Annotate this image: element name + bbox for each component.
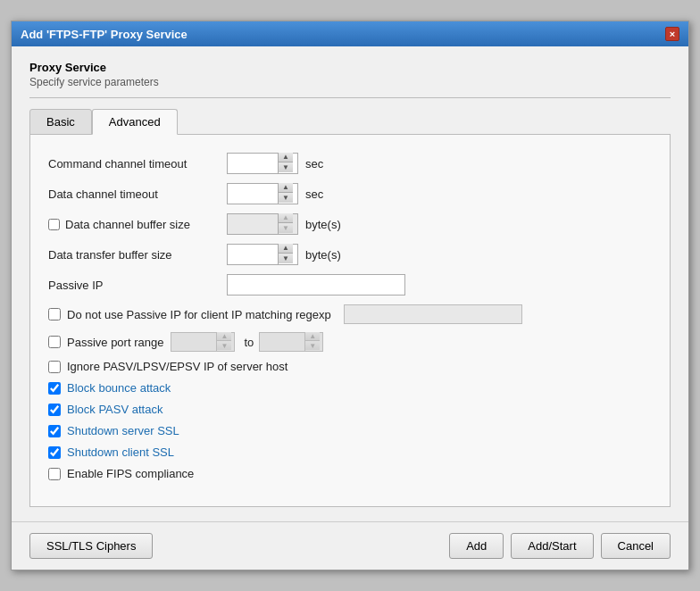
data-channel-buffer-checkbox[interactable] — [48, 219, 60, 230]
data-transfer-buffer-up[interactable]: ▲ — [279, 244, 293, 254]
block-bounce-row: Block bounce attack — [48, 381, 652, 395]
data-channel-buffer-arrows: ▲ ▼ — [278, 213, 293, 235]
data-transfer-buffer-arrows: ▲ ▼ — [278, 244, 293, 265]
passive-port-from-input[interactable]: 3000 — [171, 333, 216, 351]
command-channel-timeout-up[interactable]: ▲ — [279, 153, 293, 162]
passive-ip-label: Passive IP — [48, 279, 227, 292]
data-transfer-buffer-down[interactable]: ▼ — [279, 254, 293, 263]
shutdown-client-ssl-checkbox[interactable] — [48, 446, 61, 459]
footer-right-buttons: Add Add/Start Cancel — [449, 533, 671, 559]
enable-fips-row: Enable FIPS compliance — [48, 467, 652, 480]
dialog-title: Add 'FTPS-FTP' Proxy Service — [21, 28, 188, 41]
to-label: to — [244, 336, 254, 349]
shutdown-client-ssl-row: Shutdown client SSL — [48, 445, 652, 459]
passive-port-to-up[interactable]: ▲ — [305, 332, 320, 341]
no-passive-ip-checkbox[interactable] — [48, 308, 61, 320]
passive-port-range-label: Passive port range — [67, 336, 163, 349]
passive-ip-row: Passive IP — [48, 274, 652, 296]
data-channel-buffer-unit: byte(s) — [305, 218, 341, 231]
ignore-pasv-checkbox[interactable] — [48, 361, 61, 373]
add-button[interactable]: Add — [449, 533, 504, 559]
ignore-pasv-label: Ignore PASV/LPSV/EPSV IP of server host — [67, 360, 288, 373]
ignore-pasv-row: Ignore PASV/LPSV/EPSV IP of server host — [48, 360, 652, 373]
no-passive-ip-label: Do not use Passive IP for client IP matc… — [67, 308, 331, 321]
data-channel-timeout-up[interactable]: ▲ — [279, 183, 293, 193]
passive-ip-input[interactable] — [227, 274, 405, 296]
data-channel-timeout-input[interactable]: 60 — [228, 184, 278, 204]
command-channel-timeout-input[interactable]: 60 — [228, 154, 278, 173]
data-channel-buffer-row: Data channel buffer size 65536 ▲ ▼ byte(… — [48, 213, 652, 235]
ssl-tls-ciphers-button[interactable]: SSL/TLS Ciphers — [29, 533, 153, 559]
data-channel-timeout-arrows: ▲ ▼ — [278, 183, 293, 204]
close-button[interactable]: × — [665, 27, 679, 41]
tab-content-advanced: Command channel timeout 60 ▲ ▼ sec Data … — [29, 134, 671, 507]
section-subtitle: Specify service parameters — [29, 76, 671, 88]
add-start-button[interactable]: Add/Start — [511, 533, 593, 559]
shutdown-server-ssl-label: Shutdown server SSL — [67, 424, 179, 437]
data-channel-buffer-input[interactable]: 65536 — [228, 214, 278, 234]
data-channel-timeout-down[interactable]: ▼ — [279, 193, 293, 203]
tab-bar: Basic Advanced — [29, 109, 671, 135]
data-channel-timeout-label: Data channel timeout — [48, 187, 227, 201]
enable-fips-label: Enable FIPS compliance — [67, 467, 194, 480]
title-bar: Add 'FTPS-FTP' Proxy Service × — [12, 21, 688, 46]
block-pasv-label: Block PASV attack — [67, 403, 162, 416]
data-transfer-buffer-spinbox[interactable]: 65536 ▲ ▼ — [227, 244, 298, 265]
data-channel-buffer-label-group: Data channel buffer size — [48, 218, 227, 231]
block-pasv-checkbox[interactable] — [48, 404, 61, 416]
cancel-button[interactable]: Cancel — [601, 533, 671, 559]
command-channel-timeout-spinbox[interactable]: 60 ▲ ▼ — [227, 153, 298, 174]
shutdown-server-ssl-checkbox[interactable] — [48, 425, 61, 437]
passive-port-range-row: Passive port range 3000 ▲ ▼ to 4000 ▲ ▼ — [48, 332, 652, 352]
data-transfer-buffer-input[interactable]: 65536 — [228, 245, 278, 264]
data-transfer-buffer-unit: byte(s) — [305, 248, 341, 262]
command-channel-timeout-arrows: ▲ ▼ — [278, 153, 293, 174]
data-channel-buffer-up[interactable]: ▲ — [279, 213, 293, 223]
passive-port-to-down[interactable]: ▼ — [305, 341, 320, 350]
block-bounce-label: Block bounce attack — [67, 381, 171, 395]
passive-port-to-spinbox[interactable]: 4000 ▲ ▼ — [259, 332, 323, 352]
no-passive-ip-regex-input[interactable] — [344, 304, 522, 324]
passive-port-from-up[interactable]: ▲ — [217, 332, 231, 341]
data-channel-buffer-label: Data channel buffer size — [65, 218, 190, 231]
passive-port-to-input[interactable]: 4000 — [260, 333, 304, 351]
shutdown-server-ssl-row: Shutdown server SSL — [48, 424, 652, 437]
tab-basic[interactable]: Basic — [29, 109, 92, 135]
dialog: Add 'FTPS-FTP' Proxy Service × Proxy Ser… — [11, 21, 689, 570]
passive-port-from-spinbox[interactable]: 3000 ▲ ▼ — [171, 332, 235, 352]
block-pasv-row: Block PASV attack — [48, 403, 652, 416]
passive-port-from-down[interactable]: ▼ — [217, 341, 231, 350]
data-transfer-buffer-row: Data transfer buffer size 65536 ▲ ▼ byte… — [48, 244, 652, 265]
shutdown-client-ssl-label: Shutdown client SSL — [67, 445, 174, 459]
tab-advanced[interactable]: Advanced — [92, 109, 178, 135]
data-channel-timeout-spinbox[interactable]: 60 ▲ ▼ — [227, 183, 298, 204]
passive-port-to-arrows: ▲ ▼ — [304, 332, 320, 352]
data-channel-buffer-down[interactable]: ▼ — [279, 223, 293, 233]
enable-fips-checkbox[interactable] — [48, 468, 61, 480]
data-channel-buffer-spinbox[interactable]: 65536 ▲ ▼ — [227, 213, 298, 235]
section-title: Proxy Service — [29, 61, 671, 74]
passive-port-from-arrows: ▲ ▼ — [216, 332, 231, 352]
footer: SSL/TLS Ciphers Add Add/Start Cancel — [12, 521, 688, 570]
data-channel-timeout-row: Data channel timeout 60 ▲ ▼ sec — [48, 183, 652, 204]
command-channel-timeout-row: Command channel timeout 60 ▲ ▼ sec — [48, 153, 652, 174]
passive-port-range-checkbox[interactable] — [48, 336, 61, 348]
data-channel-timeout-unit: sec — [305, 187, 323, 201]
divider — [29, 97, 671, 98]
command-channel-timeout-unit: sec — [305, 157, 323, 171]
command-channel-timeout-label: Command channel timeout — [48, 157, 227, 171]
dialog-body: Proxy Service Specify service parameters… — [12, 46, 688, 521]
command-channel-timeout-down[interactable]: ▼ — [279, 162, 293, 172]
no-passive-ip-row: Do not use Passive IP for client IP matc… — [48, 304, 652, 324]
data-transfer-buffer-label: Data transfer buffer size — [48, 248, 227, 262]
block-bounce-checkbox[interactable] — [48, 382, 61, 395]
